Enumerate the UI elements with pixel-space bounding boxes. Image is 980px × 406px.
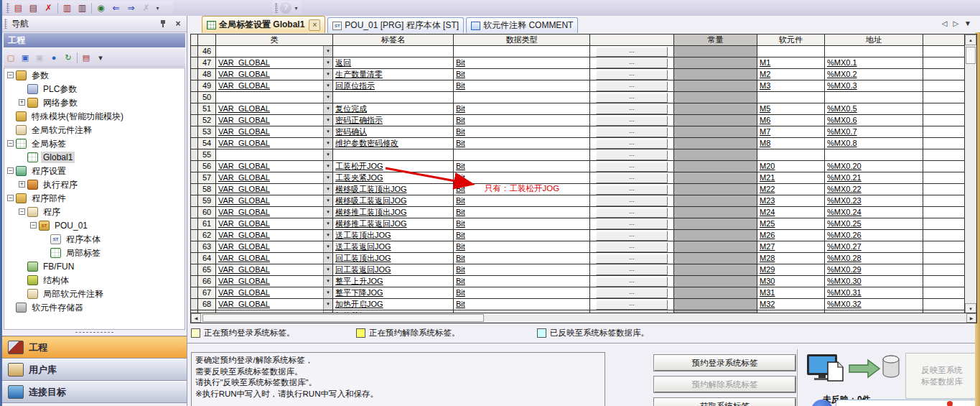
collapse-icon[interactable]: − bbox=[7, 167, 14, 174]
label-name-cell[interactable]: 工装夹紧JOG bbox=[333, 172, 454, 184]
data-type-cell[interactable]: Bit bbox=[454, 115, 590, 126]
browse-button[interactable]: ... bbox=[596, 277, 668, 287]
tree-item-[interactable]: 局部标签 bbox=[4, 246, 185, 259]
button-获取系统标签[interactable]: 获取系统标签 bbox=[654, 398, 795, 406]
tab-inactive[interactable]: STPOU_01 [PRG] 程序本体 [ST] bbox=[327, 17, 464, 33]
class-cell[interactable]: VAR_GLOBAL▼ bbox=[216, 138, 333, 149]
collapse-icon[interactable]: − bbox=[30, 222, 37, 229]
device-cell[interactable]: M22 bbox=[757, 184, 825, 195]
tree-item-[interactable]: −程序 bbox=[4, 205, 185, 218]
address-cell[interactable]: %MX0.28 bbox=[825, 253, 923, 264]
device-cell[interactable]: M2 bbox=[757, 69, 825, 80]
browse-button[interactable]: ... bbox=[596, 127, 668, 137]
row-select-cell[interactable] bbox=[191, 149, 198, 161]
class-cell[interactable]: VAR_GLOBAL▼ bbox=[216, 241, 333, 253]
device-cell[interactable] bbox=[757, 92, 825, 103]
tab-close-icon[interactable]: × bbox=[309, 19, 320, 31]
class-dropdown-icon[interactable]: ▼ bbox=[323, 172, 332, 183]
refresh-icon[interactable]: ↻ bbox=[62, 52, 75, 64]
device-cell[interactable]: M28 bbox=[757, 253, 825, 264]
class-dropdown-icon[interactable]: ▼ bbox=[323, 103, 332, 114]
row-select-cell[interactable] bbox=[191, 69, 198, 80]
expand-icon[interactable]: + bbox=[19, 181, 25, 188]
address-cell[interactable]: %MX0.6 bbox=[825, 115, 923, 126]
address-cell[interactable] bbox=[825, 92, 923, 103]
row-number-cell[interactable]: 53 bbox=[198, 126, 216, 138]
sort-filter-icon[interactable]: ▤ bbox=[80, 52, 93, 64]
row-select-cell[interactable] bbox=[191, 46, 198, 57]
row-number-cell[interactable]: 58 bbox=[198, 184, 216, 195]
class-dropdown-icon[interactable]: ▼ bbox=[323, 149, 332, 160]
class-dropdown-icon[interactable]: ▼ bbox=[323, 287, 332, 298]
class-dropdown-icon[interactable]: ▼ bbox=[323, 161, 332, 172]
nav-button-connection-destination[interactable]: 连接目标 bbox=[2, 381, 187, 403]
type-browse-cell[interactable]: ... bbox=[590, 161, 674, 172]
row-select-cell[interactable] bbox=[191, 184, 198, 195]
property-icon[interactable]: ● bbox=[47, 52, 60, 64]
device-cell[interactable]: M23 bbox=[757, 195, 825, 207]
browse-button[interactable]: ... bbox=[596, 162, 668, 172]
tree-item-global1[interactable]: Global1 bbox=[4, 150, 185, 164]
device-cell[interactable]: M5 bbox=[757, 103, 825, 115]
address-cell[interactable]: %MX0.2 bbox=[825, 69, 923, 80]
row-number-cell[interactable]: 55 bbox=[198, 149, 216, 161]
class-cell[interactable]: VAR_GLOBAL▼ bbox=[216, 80, 333, 92]
row-number-cell[interactable]: 51 bbox=[198, 103, 216, 115]
type-browse-cell[interactable]: ... bbox=[590, 276, 674, 287]
browse-button[interactable]: ... bbox=[596, 208, 668, 218]
reserve-release-icon[interactable]: ▥ bbox=[75, 1, 89, 14]
label-name-cell[interactable]: 密码确认 bbox=[333, 126, 454, 138]
class-dropdown-icon[interactable]: ▼ bbox=[323, 115, 332, 126]
tree-item-[interactable]: +执行程序 bbox=[4, 177, 185, 191]
tree-item-[interactable]: +网络参数 bbox=[4, 96, 185, 109]
address-cell[interactable]: %MX0.5 bbox=[825, 103, 923, 115]
browse-button[interactable]: ... bbox=[596, 150, 668, 160]
address-cell[interactable]: %MX0.24 bbox=[825, 207, 923, 218]
row-number-cell[interactable]: 65 bbox=[198, 264, 216, 276]
tab-inactive[interactable]: 软元件注释 COMMENT bbox=[466, 17, 578, 33]
row-number-cell[interactable]: 64 bbox=[198, 253, 216, 264]
type-browse-cell[interactable]: ... bbox=[590, 103, 674, 115]
type-browse-cell[interactable]: ... bbox=[590, 230, 674, 241]
type-browse-cell[interactable]: ... bbox=[590, 241, 674, 253]
browse-button[interactable]: ... bbox=[596, 58, 668, 68]
class-cell[interactable]: VAR_GLOBAL▼ bbox=[216, 276, 333, 287]
label-name-cell[interactable]: 回工装顶出JOG bbox=[333, 253, 454, 264]
browse-button[interactable]: ... bbox=[596, 116, 668, 126]
class-dropdown-icon[interactable]: ▼ bbox=[323, 138, 332, 149]
class-cell[interactable]: VAR_GLOBAL▼ bbox=[216, 126, 333, 138]
browse-button[interactable]: ... bbox=[596, 139, 668, 149]
address-cell[interactable]: %MX0.8 bbox=[825, 138, 923, 149]
address-cell[interactable]: %MX0.3 bbox=[825, 80, 923, 92]
class-cell[interactable]: ▼ bbox=[216, 92, 333, 103]
row-select-cell[interactable] bbox=[191, 253, 198, 264]
row-select-cell[interactable] bbox=[191, 57, 198, 69]
browse-button[interactable]: ... bbox=[596, 47, 668, 57]
device-cell[interactable]: M8 bbox=[757, 138, 825, 149]
address-cell[interactable]: %MX0.32 bbox=[825, 299, 923, 310]
row-select-cell[interactable] bbox=[191, 126, 198, 138]
type-browse-cell[interactable]: ... bbox=[590, 149, 674, 161]
new-declaration-icon[interactable]: ▤ bbox=[11, 1, 25, 14]
class-cell[interactable]: VAR_GLOBAL▼ bbox=[216, 299, 333, 310]
class-cell[interactable]: VAR_GLOBAL▼ bbox=[216, 195, 333, 207]
row-number-cell[interactable]: 61 bbox=[198, 218, 216, 230]
data-type-cell[interactable]: Bit bbox=[454, 299, 590, 310]
panel-splitter[interactable] bbox=[4, 330, 185, 335]
v-scroll-thumb[interactable] bbox=[966, 47, 976, 64]
label-name-cell[interactable]: 维护参数密码修改 bbox=[333, 138, 454, 149]
class-cell[interactable]: VAR_GLOBAL▼ bbox=[216, 115, 333, 126]
label-name-cell[interactable] bbox=[333, 149, 454, 161]
data-type-cell[interactable]: Bit bbox=[454, 207, 590, 218]
class-dropdown-icon[interactable]: ▼ bbox=[323, 46, 332, 57]
new-declaration-after-icon[interactable]: ▤ bbox=[27, 1, 40, 14]
expand-icon[interactable]: + bbox=[19, 99, 25, 106]
device-cell[interactable]: M27 bbox=[757, 241, 825, 253]
type-browse-cell[interactable]: ... bbox=[590, 69, 674, 80]
class-dropdown-icon[interactable]: ▼ bbox=[323, 230, 332, 241]
row-number-cell[interactable]: 57 bbox=[198, 172, 216, 184]
class-cell[interactable]: ▼ bbox=[216, 46, 333, 57]
device-cell[interactable]: M7 bbox=[757, 126, 825, 138]
address-cell[interactable]: %MX0.22 bbox=[825, 184, 923, 195]
type-browse-cell[interactable]: ... bbox=[590, 195, 674, 207]
